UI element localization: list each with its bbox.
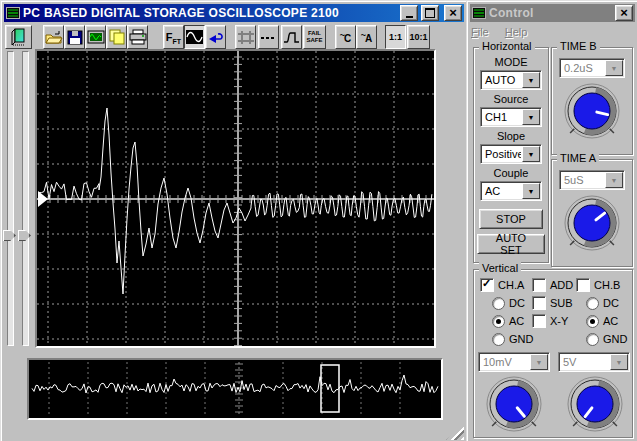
horizontal-group-label: Horizontal: [479, 40, 535, 52]
time-b-select-arrow-icon: ▼: [605, 60, 623, 76]
add-checkbox[interactable]: ADD: [532, 278, 573, 292]
mode-label: MODE: [495, 56, 528, 70]
capture-button[interactable]: [85, 25, 106, 49]
vertical-group: Vertical CH.A ADD CH.B DC SUB: [473, 269, 633, 438]
desktop: PC BASED DIGITAL STORAGE OSCILLOSCOPE 21…: [0, 0, 637, 441]
undo-button[interactable]: [205, 25, 226, 49]
overview-waveform-plot: [29, 360, 441, 418]
mode-select[interactable]: AUTO ▼: [480, 70, 542, 90]
chb-gain-knob[interactable]: [564, 373, 626, 435]
cha-volts-arrow-icon: ▼: [530, 354, 548, 370]
undo-arrow-icon: [207, 30, 224, 45]
exit-door-icon: [9, 28, 28, 46]
source-select[interactable]: CH1 ▼: [480, 107, 542, 127]
floppy-disk-icon: [67, 30, 83, 45]
time-a-select: 5uS ▼: [559, 170, 625, 190]
open-button[interactable]: [43, 25, 64, 49]
cha-dc-radio[interactable]: DC: [492, 296, 525, 310]
failsafe-button[interactable]: FAILSAFE: [303, 25, 326, 49]
grid-icon: [237, 30, 255, 45]
copy-notes-button[interactable]: [106, 25, 127, 49]
time-b-knob[interactable]: [561, 80, 623, 142]
main-titlebar: PC BASED DIGITAL STORAGE OSCILLOSCOPE 21…: [4, 4, 464, 22]
time-a-select-arrow-icon: ▼: [605, 172, 623, 188]
cha-checkbox[interactable]: CH.A: [480, 278, 524, 292]
cha-ac-radio[interactable]: AC: [492, 314, 524, 328]
control-close-button[interactable]: [615, 5, 633, 21]
couple-select-arrow-icon[interactable]: ▼: [522, 183, 540, 199]
xy-checkbox[interactable]: X-Y: [532, 314, 568, 328]
time-b-group: TIME B 0.2uS ▼: [551, 47, 633, 155]
degauss-a-button[interactable]: ~A: [356, 25, 377, 49]
horizontal-group: Horizontal MODE AUTO ▼ Source CH1 ▼ Slop…: [473, 47, 549, 263]
control-app-icon: [472, 7, 486, 19]
save-button[interactable]: [64, 25, 85, 49]
slope-label: Slope: [497, 130, 525, 144]
notes-copy-icon: [108, 29, 126, 45]
fft-button[interactable]: FFT: [163, 25, 184, 49]
printer-icon: [129, 29, 147, 45]
control-menubar: File Help: [471, 24, 634, 40]
cha-gnd-radio[interactable]: GND: [492, 332, 533, 346]
chb-ac-radio[interactable]: AC: [586, 314, 618, 328]
fft-icon: FFT: [166, 29, 181, 45]
time-a-knob[interactable]: [561, 192, 623, 254]
chb-checkbox[interactable]: CH.B: [576, 278, 620, 292]
slope-select-arrow-icon[interactable]: ▼: [522, 146, 540, 162]
close-button[interactable]: [444, 5, 462, 21]
probe-10-1-button[interactable]: 10:1: [407, 25, 430, 49]
chb-position-slider-track[interactable]: [22, 51, 29, 346]
waveform-display-button[interactable]: [184, 25, 205, 49]
probe-1-1-button[interactable]: 1:1: [385, 25, 406, 49]
screen-capture-icon: [87, 30, 105, 45]
stop-button[interactable]: STOP: [479, 209, 543, 229]
time-b-select: 0.2uS ▼: [559, 58, 625, 78]
chb-dc-radio[interactable]: DC: [586, 296, 619, 310]
tilde-c-icon: ~C: [340, 30, 352, 44]
cha-gain-knob[interactable]: [483, 373, 545, 435]
overview-display[interactable]: [27, 358, 443, 420]
time-a-group: TIME A 5uS ▼: [551, 159, 633, 267]
source-select-arrow-icon[interactable]: ▼: [522, 109, 540, 125]
time-b-group-label: TIME B: [557, 40, 600, 52]
slope-select[interactable]: Positive ▼: [480, 144, 542, 164]
couple-label: Couple: [494, 167, 529, 181]
main-waveform-plot: [37, 51, 434, 346]
sub-checkbox[interactable]: SUB: [532, 296, 573, 310]
cha-position-slider-thumb[interactable]: [3, 230, 16, 241]
control-close-icon: [620, 8, 628, 19]
auto-set-button[interactable]: AUTO SET: [477, 234, 545, 254]
dotted-line-button[interactable]: [258, 25, 279, 49]
control-title: Control: [489, 6, 612, 20]
mode-select-arrow-icon[interactable]: ▼: [522, 72, 540, 88]
control-titlebar: Control: [470, 4, 635, 22]
chb-volts-arrow-icon: ▼: [610, 354, 628, 370]
time-a-group-label: TIME A: [557, 152, 599, 164]
maximize-button[interactable]: [421, 5, 439, 21]
menu-help[interactable]: Help: [505, 26, 528, 38]
couple-select[interactable]: AC ▼: [480, 181, 542, 201]
grid-toggle-button[interactable]: [235, 25, 256, 49]
pulse-trigger-icon: [283, 30, 301, 45]
minimize-button[interactable]: [400, 5, 418, 21]
open-folder-icon: [45, 30, 63, 45]
oscilloscope-window: PC BASED DIGITAL STORAGE OSCILLOSCOPE 21…: [0, 0, 468, 441]
cha-position-slider-track[interactable]: [7, 51, 14, 346]
vertical-group-label: Vertical: [479, 262, 521, 274]
chb-volts-select: 5V ▼: [558, 352, 630, 372]
cha-volts-select: 10mV ▼: [478, 352, 550, 372]
menu-file[interactable]: File: [471, 26, 489, 38]
window-title: PC BASED DIGITAL STORAGE OSCILLOSCOPE 21…: [23, 6, 397, 20]
exit-button[interactable]: [5, 25, 32, 49]
resize-grip[interactable]: [446, 425, 464, 440]
app-icon: [6, 7, 20, 19]
chb-gnd-radio[interactable]: GND: [586, 332, 627, 346]
dotted-line-icon: [260, 31, 277, 44]
main-scope-display: [35, 49, 436, 348]
pulse-trigger-button[interactable]: [281, 25, 302, 49]
chb-position-slider-thumb[interactable]: [18, 230, 31, 241]
sine-display-icon: [186, 30, 203, 44]
tilde-a-icon: ~A: [361, 30, 373, 44]
degauss-c-button[interactable]: ~C: [335, 25, 356, 49]
print-button[interactable]: [127, 25, 148, 49]
